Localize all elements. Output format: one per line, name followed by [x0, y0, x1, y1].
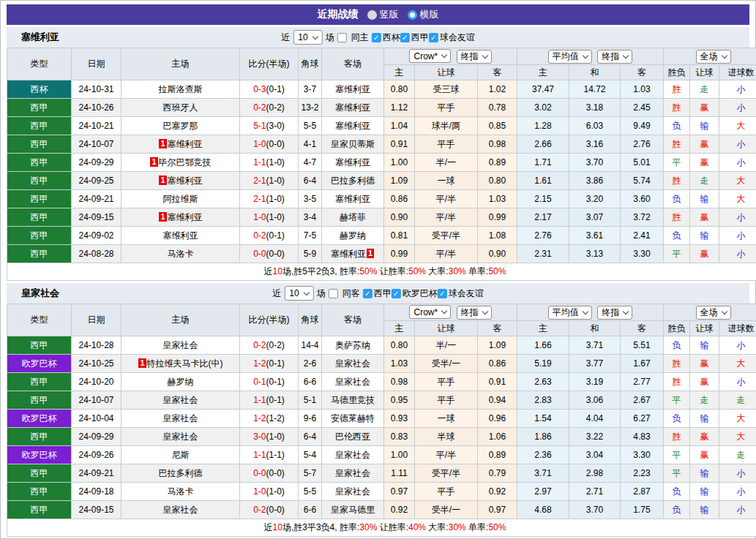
halftime-score: (1-0) [266, 431, 285, 442]
league-filter-label: 西甲 [374, 287, 392, 300]
team-name-heading: 塞维利亚 [7, 31, 59, 44]
home-team-link[interactable]: 赫罗纳 [168, 377, 194, 387]
home-team-link[interactable]: 拉斯洛查斯 [159, 84, 203, 94]
odds-source-select[interactable]: Crow* [409, 49, 451, 63]
result-goals-cell: 大 [719, 117, 756, 135]
eu-draw-odds-cell: 3.22 [569, 428, 621, 446]
league-checkbox[interactable]: ✓ [438, 289, 447, 298]
away-team-link[interactable]: 皇家社会 [335, 450, 370, 460]
result-handicap-cell: 输 [690, 410, 719, 428]
chevron-down-icon [721, 52, 727, 58]
league-filter[interactable]: ✓球会友谊 [429, 31, 475, 44]
away-team-link[interactable]: 安德莱赫特 [331, 413, 375, 423]
avg-time-select[interactable]: 终指 [597, 306, 632, 320]
summary-segment: 30% [359, 522, 377, 532]
eu-draw-odds-cell: 3.16 [569, 135, 621, 154]
corner-cell: 5-1 [299, 391, 322, 410]
home-team-link[interactable]: 马洛卡 [168, 486, 194, 497]
league-checkbox[interactable]: ✓ [400, 33, 410, 42]
home-team-link[interactable]: 阿拉维斯 [163, 194, 198, 204]
odds-source-select[interactable]: Crow* [409, 305, 451, 319]
home-team-link[interactable]: 西班牙人 [163, 102, 198, 113]
away-team-link[interactable]: 塞维利亚 [335, 102, 370, 113]
away-team-link[interactable]: 塞维利亚 [335, 84, 370, 94]
away-team-link[interactable]: 巴伦西亚 [335, 431, 370, 442]
league-checkbox[interactable]: ✓ [429, 33, 438, 42]
ah-line-cell: 一球 [415, 410, 478, 428]
away-team-link[interactable]: 赫罗纳 [340, 230, 366, 241]
league-filter[interactable]: ✓球会友谊 [438, 287, 484, 300]
eu-away-odds-cell: 2.87 [621, 483, 664, 501]
avg-source-select[interactable]: 平均值 [548, 306, 592, 320]
odds-time-select[interactable]: 终指 [457, 50, 492, 64]
league-checkbox[interactable]: ✓ [392, 289, 401, 298]
league-filter[interactable]: ✓西甲 [400, 31, 429, 44]
home-team-link[interactable]: 塞维利亚 [168, 176, 203, 186]
away-team-link[interactable]: 马德里竞技 [331, 395, 375, 405]
league-filter[interactable]: ✓欧罗巴杯 [392, 287, 438, 300]
home-team-link[interactable]: 塞维利亚 [168, 139, 203, 149]
league-filter[interactable]: ✓西甲 [363, 287, 392, 300]
league-checkbox[interactable]: ✓ [372, 33, 381, 42]
same-venue-checkbox[interactable] [337, 33, 347, 42]
home-team-link[interactable]: 塞维利亚 [168, 212, 203, 222]
match-row: 西甲24-09-291毕尔巴鄂竞技1-1(1-0)4-7塞维利亚1.00半/一0… [7, 154, 756, 172]
away-team-link[interactable]: 巴拉多利德 [331, 176, 375, 186]
ah-line-cell: 平手 [415, 391, 478, 410]
away-team-cell: 塞维利亚1 [322, 245, 384, 263]
home-team-link[interactable]: 皇家社会 [163, 431, 198, 442]
badge-icon: 1 [159, 212, 166, 222]
odds-time-select[interactable]: 终指 [457, 306, 492, 320]
scope-select[interactable]: 全场 [696, 50, 731, 64]
radio-icon[interactable] [408, 10, 417, 20]
home-team-link[interactable]: 皇家社会 [163, 340, 198, 350]
away-team-link[interactable]: 赫塔菲 [340, 212, 366, 222]
home-team-link[interactable]: 皇家社会 [163, 413, 198, 423]
recent-count-select[interactable]: 10 [284, 286, 313, 301]
home-team-link[interactable]: 巴塞罗那 [163, 121, 198, 131]
result-goals-cell: 大 [719, 428, 756, 446]
away-team-cell: 皇家马德里 [322, 501, 384, 519]
ah-away-odds-cell: 0.97 [478, 501, 517, 519]
summary-segment: 10 [273, 522, 282, 532]
home-team-link[interactable]: 毕尔巴鄂竞技 [159, 157, 212, 167]
away-team-link[interactable]: 皇家社会 [335, 377, 370, 387]
eu-draw-odds-cell: 3.18 [569, 99, 621, 117]
league-filter-label: 欧罗巴杯 [403, 287, 438, 300]
away-team-link[interactable]: 奥萨苏纳 [335, 340, 370, 350]
home-team-link[interactable]: 特拉维夫马卡比(中) [147, 358, 223, 369]
home-team-link[interactable]: 皇家社会 [163, 505, 198, 515]
result-goals-cell: 小 [719, 483, 756, 501]
scope-select[interactable]: 全场 [696, 306, 731, 320]
home-team-link[interactable]: 塞维利亚 [163, 230, 198, 241]
radio-icon[interactable] [367, 10, 377, 20]
away-team-link[interactable]: 塞维利亚 [331, 249, 366, 259]
home-team-link[interactable]: 尼斯 [172, 450, 190, 460]
layout-radio-vertical[interactable]: 竖版 [367, 8, 399, 21]
away-team-link[interactable]: 塞维利亚 [335, 121, 370, 131]
recent-count-select[interactable]: 10 [293, 30, 322, 45]
league-checkbox[interactable]: ✓ [363, 289, 373, 298]
away-team-link[interactable]: 皇家社会 [335, 468, 370, 478]
home-team-cell: 1塞维利亚 [121, 208, 240, 227]
away-team-link[interactable]: 皇家马德里 [331, 505, 375, 515]
eu-home-odds-cell: 2.76 [517, 227, 569, 245]
avg-source-select[interactable]: 平均值 [548, 50, 592, 64]
layout-radio-horizontal[interactable]: 横版 [408, 8, 439, 21]
away-team-link[interactable]: 塞维利亚 [335, 194, 370, 204]
league-filter-group: ✓西甲✓欧罗巴杯✓球会友谊 [363, 287, 484, 300]
match-date-cell: 24-10-21 [72, 117, 121, 135]
same-venue-checkbox[interactable] [329, 289, 338, 298]
away-team-link[interactable]: 皇家社会 [335, 358, 370, 369]
away-team-link[interactable]: 塞维利亚 [335, 157, 370, 167]
away-team-link[interactable]: 皇家贝蒂斯 [331, 139, 375, 149]
avg-time-select[interactable]: 终指 [597, 50, 632, 64]
eu-away-odds-cell: 5.01 [621, 154, 664, 172]
home-team-link[interactable]: 巴拉多利德 [159, 468, 203, 478]
home-team-link[interactable]: 皇家社会 [163, 395, 198, 405]
chevron-down-icon [623, 308, 629, 314]
home-team-link[interactable]: 马洛卡 [168, 249, 194, 259]
league-filter[interactable]: ✓西杯 [372, 31, 400, 44]
away-team-link[interactable]: 皇家社会 [335, 486, 370, 497]
corner-cell: 6-6 [299, 373, 322, 391]
